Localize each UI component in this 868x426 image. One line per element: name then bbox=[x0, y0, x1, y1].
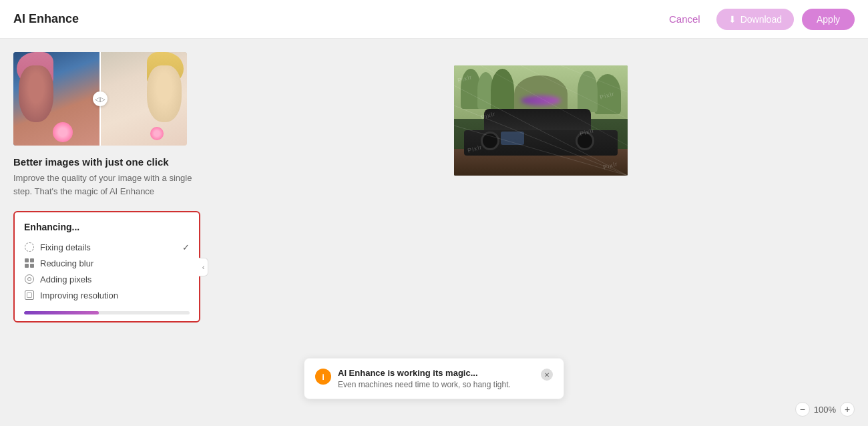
step-label: Fixing details bbox=[40, 242, 91, 252]
preview-title: Better images with just one click bbox=[13, 156, 200, 168]
notification-toast: i AI Enhance is working its magic... Eve… bbox=[304, 358, 564, 399]
step-list: Fixing details ✓ Reducing blur bbox=[24, 239, 190, 303]
toast-info-icon: i bbox=[315, 369, 331, 385]
check-icon: ✓ bbox=[182, 242, 190, 252]
download-label: Download bbox=[740, 14, 782, 25]
apply-button[interactable]: Apply bbox=[802, 9, 855, 30]
header-actions: Cancel ⬇ Download Apply bbox=[661, 9, 855, 30]
preview-after bbox=[100, 52, 187, 146]
step-icon-pixels bbox=[24, 274, 35, 284]
step-reducing-blur: Reducing blur bbox=[24, 255, 190, 271]
preview-image-inner: ◁▷ bbox=[13, 52, 187, 146]
progress-bar-background bbox=[24, 311, 190, 314]
download-icon: ⬇ bbox=[728, 14, 736, 25]
close-icon: ✕ bbox=[544, 371, 550, 379]
enhancing-title: Enhancing... bbox=[24, 222, 190, 232]
bubblegum-decoration bbox=[53, 122, 73, 142]
step-label: Improving resolution bbox=[40, 290, 118, 300]
zoom-level-display: 100% bbox=[814, 405, 836, 415]
step-improving-resolution: Improving resolution bbox=[24, 287, 190, 303]
step-icon-blur bbox=[24, 258, 35, 268]
toast-close-button[interactable]: ✕ bbox=[541, 369, 553, 381]
car-image-preview: Pixlr Pixlr Pixlr Pixlr Pixlr Pixlr bbox=[454, 65, 628, 176]
step-fixing-details: Fixing details ✓ bbox=[24, 239, 190, 255]
info-label: i bbox=[322, 372, 324, 382]
left-panel: ◁▷ Better images with just one click Imp… bbox=[0, 39, 214, 426]
resolution-icon bbox=[25, 290, 34, 300]
toast-title: AI Enhance is working its magic... bbox=[338, 368, 534, 378]
circle-dashed-icon bbox=[25, 242, 34, 252]
cancel-button[interactable]: Cancel bbox=[661, 9, 708, 29]
preview-handle[interactable]: ◁▷ bbox=[93, 91, 107, 106]
car-wheel-left bbox=[481, 132, 499, 150]
car-accent bbox=[521, 95, 561, 105]
zoom-in-button[interactable]: + bbox=[840, 402, 855, 417]
page-title: AI Enhance bbox=[13, 12, 79, 26]
header: AI Enhance Cancel ⬇ Download Apply bbox=[0, 0, 868, 39]
step-icon-fixing bbox=[24, 242, 35, 252]
step-label: Adding pixels bbox=[40, 274, 91, 284]
preview-image: ◁▷ bbox=[13, 52, 187, 146]
car-top bbox=[484, 109, 591, 132]
preview-before bbox=[13, 52, 100, 146]
grid-icon bbox=[25, 258, 34, 268]
enhancing-panel: Enhancing... Fixing details ✓ bbox=[13, 211, 200, 323]
step-adding-pixels: Adding pixels bbox=[24, 271, 190, 287]
car-image: Pixlr Pixlr Pixlr Pixlr Pixlr Pixlr bbox=[454, 65, 628, 176]
zoom-out-button[interactable]: − bbox=[795, 402, 810, 417]
step-label: Reducing blur bbox=[40, 258, 93, 268]
progress-bar-fill bbox=[24, 311, 99, 314]
car-wheel-right bbox=[576, 132, 594, 150]
toast-description: Even machines need time to work, so hang… bbox=[338, 380, 534, 389]
car-bottom bbox=[464, 130, 618, 156]
preview-description: Improve the quality of your image with a… bbox=[13, 172, 200, 198]
collapse-button[interactable]: ‹ bbox=[199, 258, 208, 276]
toast-text-area: AI Enhance is working its magic... Even … bbox=[338, 368, 534, 389]
car-body bbox=[464, 109, 618, 156]
step-icon-resolution bbox=[24, 290, 35, 300]
download-button[interactable]: ⬇ Download bbox=[716, 9, 794, 30]
zoom-controls: − 100% + bbox=[795, 402, 855, 417]
main-content: ◁▷ Better images with just one click Imp… bbox=[0, 39, 868, 426]
